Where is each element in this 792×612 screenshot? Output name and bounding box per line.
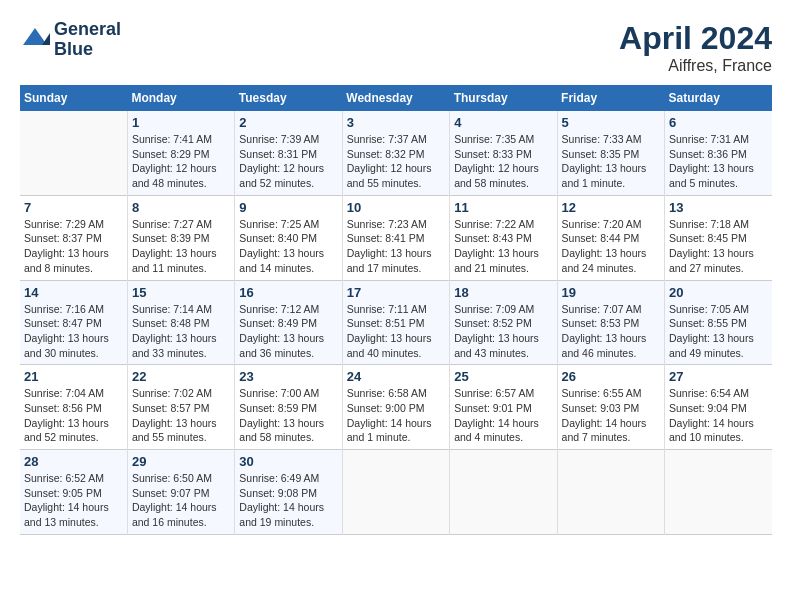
calendar-week-1: 1Sunrise: 7:41 AMSunset: 8:29 PMDaylight… [20,111,772,195]
day-number: 21 [24,369,123,384]
day-number: 8 [132,200,230,215]
day-info: Sunrise: 7:00 AMSunset: 8:59 PMDaylight:… [239,386,337,445]
day-number: 27 [669,369,768,384]
calendar-cell: 30Sunrise: 6:49 AMSunset: 9:08 PMDayligh… [235,450,342,535]
svg-marker-0 [23,28,47,45]
day-info: Sunrise: 7:25 AMSunset: 8:40 PMDaylight:… [239,217,337,276]
day-number: 13 [669,200,768,215]
calendar-cell: 1Sunrise: 7:41 AMSunset: 8:29 PMDaylight… [127,111,234,195]
calendar-cell: 16Sunrise: 7:12 AMSunset: 8:49 PMDayligh… [235,280,342,365]
day-number: 14 [24,285,123,300]
day-number: 5 [562,115,660,130]
day-info: Sunrise: 7:12 AMSunset: 8:49 PMDaylight:… [239,302,337,361]
day-info: Sunrise: 7:39 AMSunset: 8:31 PMDaylight:… [239,132,337,191]
day-info: Sunrise: 7:20 AMSunset: 8:44 PMDaylight:… [562,217,660,276]
calendar-cell: 13Sunrise: 7:18 AMSunset: 8:45 PMDayligh… [665,195,772,280]
day-info: Sunrise: 6:57 AMSunset: 9:01 PMDaylight:… [454,386,552,445]
day-info: Sunrise: 7:31 AMSunset: 8:36 PMDaylight:… [669,132,768,191]
calendar-cell: 29Sunrise: 6:50 AMSunset: 9:07 PMDayligh… [127,450,234,535]
day-info: Sunrise: 7:27 AMSunset: 8:39 PMDaylight:… [132,217,230,276]
calendar-table: SundayMondayTuesdayWednesdayThursdayFrid… [20,85,772,535]
day-info: Sunrise: 6:55 AMSunset: 9:03 PMDaylight:… [562,386,660,445]
day-header-tuesday: Tuesday [235,85,342,111]
calendar-cell: 20Sunrise: 7:05 AMSunset: 8:55 PMDayligh… [665,280,772,365]
calendar-cell [342,450,449,535]
calendar-header-row: SundayMondayTuesdayWednesdayThursdayFrid… [20,85,772,111]
calendar-cell: 6Sunrise: 7:31 AMSunset: 8:36 PMDaylight… [665,111,772,195]
calendar-cell: 10Sunrise: 7:23 AMSunset: 8:41 PMDayligh… [342,195,449,280]
day-number: 10 [347,200,445,215]
day-number: 4 [454,115,552,130]
day-number: 16 [239,285,337,300]
calendar-cell: 14Sunrise: 7:16 AMSunset: 8:47 PMDayligh… [20,280,127,365]
day-info: Sunrise: 7:16 AMSunset: 8:47 PMDaylight:… [24,302,123,361]
calendar-cell: 12Sunrise: 7:20 AMSunset: 8:44 PMDayligh… [557,195,664,280]
day-header-monday: Monday [127,85,234,111]
day-info: Sunrise: 7:22 AMSunset: 8:43 PMDaylight:… [454,217,552,276]
day-number: 3 [347,115,445,130]
day-info: Sunrise: 7:09 AMSunset: 8:52 PMDaylight:… [454,302,552,361]
day-number: 17 [347,285,445,300]
day-number: 24 [347,369,445,384]
calendar-week-2: 7Sunrise: 7:29 AMSunset: 8:37 PMDaylight… [20,195,772,280]
calendar-cell: 7Sunrise: 7:29 AMSunset: 8:37 PMDaylight… [20,195,127,280]
calendar-cell: 4Sunrise: 7:35 AMSunset: 8:33 PMDaylight… [450,111,557,195]
day-number: 22 [132,369,230,384]
calendar-cell: 28Sunrise: 6:52 AMSunset: 9:05 PMDayligh… [20,450,127,535]
day-info: Sunrise: 7:29 AMSunset: 8:37 PMDaylight:… [24,217,123,276]
day-number: 18 [454,285,552,300]
day-number: 19 [562,285,660,300]
calendar-cell: 26Sunrise: 6:55 AMSunset: 9:03 PMDayligh… [557,365,664,450]
day-number: 11 [454,200,552,215]
day-number: 29 [132,454,230,469]
day-info: Sunrise: 6:54 AMSunset: 9:04 PMDaylight:… [669,386,768,445]
day-number: 28 [24,454,123,469]
calendar-cell: 8Sunrise: 7:27 AMSunset: 8:39 PMDaylight… [127,195,234,280]
logo-text: General Blue [54,20,121,60]
day-info: Sunrise: 6:52 AMSunset: 9:05 PMDaylight:… [24,471,123,530]
day-header-wednesday: Wednesday [342,85,449,111]
day-info: Sunrise: 6:49 AMSunset: 9:08 PMDaylight:… [239,471,337,530]
calendar-cell: 2Sunrise: 7:39 AMSunset: 8:31 PMDaylight… [235,111,342,195]
calendar-cell [557,450,664,535]
main-title: April 2024 [619,20,772,57]
day-info: Sunrise: 6:50 AMSunset: 9:07 PMDaylight:… [132,471,230,530]
day-number: 23 [239,369,337,384]
subtitle: Aiffres, France [619,57,772,75]
day-number: 12 [562,200,660,215]
calendar-cell [665,450,772,535]
calendar-week-5: 28Sunrise: 6:52 AMSunset: 9:05 PMDayligh… [20,450,772,535]
day-info: Sunrise: 7:35 AMSunset: 8:33 PMDaylight:… [454,132,552,191]
day-header-sunday: Sunday [20,85,127,111]
calendar-cell: 22Sunrise: 7:02 AMSunset: 8:57 PMDayligh… [127,365,234,450]
day-info: Sunrise: 7:11 AMSunset: 8:51 PMDaylight:… [347,302,445,361]
day-info: Sunrise: 7:14 AMSunset: 8:48 PMDaylight:… [132,302,230,361]
day-number: 7 [24,200,123,215]
day-info: Sunrise: 7:37 AMSunset: 8:32 PMDaylight:… [347,132,445,191]
calendar-cell: 15Sunrise: 7:14 AMSunset: 8:48 PMDayligh… [127,280,234,365]
day-info: Sunrise: 7:04 AMSunset: 8:56 PMDaylight:… [24,386,123,445]
day-number: 20 [669,285,768,300]
calendar-cell: 25Sunrise: 6:57 AMSunset: 9:01 PMDayligh… [450,365,557,450]
calendar-cell: 3Sunrise: 7:37 AMSunset: 8:32 PMDaylight… [342,111,449,195]
page-header: General Blue April 2024 Aiffres, France [20,20,772,75]
day-info: Sunrise: 7:23 AMSunset: 8:41 PMDaylight:… [347,217,445,276]
calendar-cell: 9Sunrise: 7:25 AMSunset: 8:40 PMDaylight… [235,195,342,280]
svg-marker-1 [42,33,50,45]
day-info: Sunrise: 7:18 AMSunset: 8:45 PMDaylight:… [669,217,768,276]
day-info: Sunrise: 7:02 AMSunset: 8:57 PMDaylight:… [132,386,230,445]
calendar-cell: 11Sunrise: 7:22 AMSunset: 8:43 PMDayligh… [450,195,557,280]
day-info: Sunrise: 7:05 AMSunset: 8:55 PMDaylight:… [669,302,768,361]
day-header-friday: Friday [557,85,664,111]
day-number: 6 [669,115,768,130]
title-block: April 2024 Aiffres, France [619,20,772,75]
calendar-cell: 5Sunrise: 7:33 AMSunset: 8:35 PMDaylight… [557,111,664,195]
logo-icon [20,25,50,55]
logo: General Blue [20,20,121,60]
calendar-cell: 23Sunrise: 7:00 AMSunset: 8:59 PMDayligh… [235,365,342,450]
day-info: Sunrise: 7:07 AMSunset: 8:53 PMDaylight:… [562,302,660,361]
day-number: 30 [239,454,337,469]
day-info: Sunrise: 6:58 AMSunset: 9:00 PMDaylight:… [347,386,445,445]
day-header-saturday: Saturday [665,85,772,111]
day-info: Sunrise: 7:41 AMSunset: 8:29 PMDaylight:… [132,132,230,191]
